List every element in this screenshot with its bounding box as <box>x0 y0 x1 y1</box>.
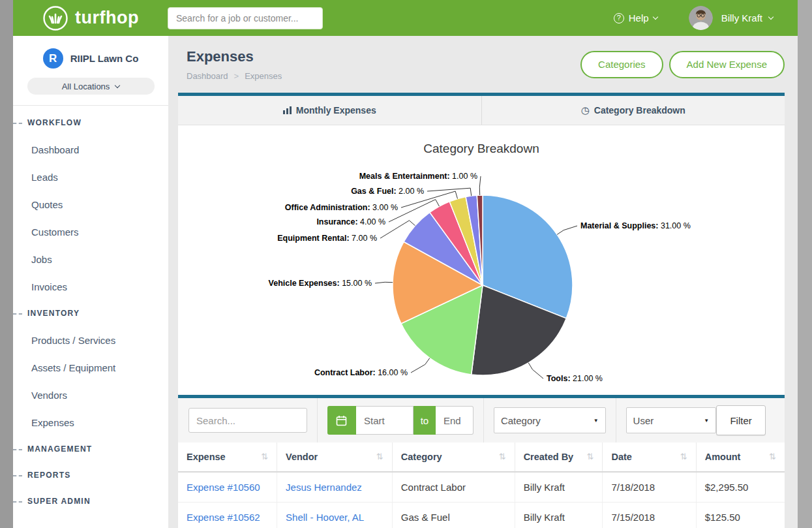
sidebar-item-dashboard[interactable]: Dashboard <box>13 136 168 163</box>
cell-created-by: Billy Kraft <box>515 503 603 528</box>
table-row: Expense #10562Shell - Hoover, ALGas & Fu… <box>178 503 785 528</box>
topbar-right: ? Help Billy Kraft <box>614 6 773 30</box>
cell-amount: $125.50 <box>696 503 785 528</box>
tab-category-breakdown[interactable]: ◷ Category Breakdown <box>481 96 785 125</box>
breadcrumb-expenses: Expenses <box>245 71 282 81</box>
sidebar-item-quotes[interactable]: Quotes <box>13 191 168 218</box>
category-select-value: Category <box>501 415 541 426</box>
pie-label-connector <box>528 363 543 379</box>
help-menu[interactable]: ? Help <box>614 12 657 23</box>
right-scrollbar-track <box>798 0 812 528</box>
categories-button[interactable]: Categories <box>580 51 663 78</box>
filter-divider <box>483 398 484 443</box>
table-search-input[interactable] <box>188 408 307 433</box>
sidebar-nav: WORKFLOWDashboardLeadsQuotesCustomersJob… <box>13 106 168 514</box>
user-avatar[interactable] <box>689 6 713 30</box>
sidebar-item-invoices[interactable]: Invoices <box>13 273 168 300</box>
chevron-down-icon <box>652 14 657 20</box>
date-start-input[interactable] <box>356 406 414 435</box>
cell-date: 7/18/2018 <box>603 472 696 503</box>
column-header-vendor[interactable]: Vendor⇅ <box>277 443 393 472</box>
app-window: turfhop ? Help Billy Kraft <box>13 0 798 528</box>
sort-icon[interactable]: ⇅ <box>769 452 776 461</box>
column-label: Vendor <box>286 452 318 462</box>
tab-monthly-expenses-label: Monthly Expenses <box>296 105 376 116</box>
cell-link-jesus-hernandez[interactable]: Jesus Hernandez <box>277 472 393 503</box>
sort-icon[interactable]: ⇅ <box>587 452 594 461</box>
sidebar-section-management: MANAGEMENT <box>13 436 168 462</box>
tab-category-breakdown-label: Category Breakdown <box>594 105 685 116</box>
filter-bar: to Category ▼ User ▼ Filter <box>178 398 785 443</box>
category-breakdown-chart-panel: Category BreakdownMaterial & Supplies: 3… <box>178 125 785 395</box>
column-header-expense[interactable]: Expense⇅ <box>178 443 277 472</box>
left-gutter <box>0 0 13 528</box>
breadcrumb-dashboard[interactable]: Dashboard <box>187 71 228 81</box>
turfhop-logo[interactable]: turfhop <box>42 5 139 31</box>
tab-monthly-expenses[interactable]: Monthly Expenses <box>178 96 481 125</box>
column-header-amount[interactable]: Amount⇅ <box>696 443 785 472</box>
cell-category: Contract Labor <box>392 472 515 503</box>
sidebar-item-products-services[interactable]: Products / Services <box>13 326 168 354</box>
user-select-value: User <box>633 415 654 426</box>
breadcrumb: Dashboard>Expenses <box>187 71 282 81</box>
sort-icon[interactable]: ⇅ <box>376 452 383 461</box>
help-icon: ? <box>614 13 624 23</box>
date-range-picker: to <box>327 406 474 435</box>
column-label: Amount <box>705 452 741 462</box>
date-to-label: to <box>414 406 436 435</box>
sidebar-section-inventory: INVENTORY <box>13 300 168 326</box>
sort-icon[interactable]: ⇅ <box>499 452 506 461</box>
user-name[interactable]: Billy Kraft <box>721 12 762 23</box>
column-header-created-by[interactable]: Created By⇅ <box>515 443 603 472</box>
sidebar-item-leads[interactable]: Leads <box>13 163 168 191</box>
filter-button[interactable]: Filter <box>716 405 766 435</box>
category-breakdown-pie-chart: Category BreakdownMaterial & Supplies: 3… <box>178 125 785 395</box>
pie-label-office-administration: Office Administration: 3.00 % <box>285 203 398 212</box>
column-header-date[interactable]: Date⇅ <box>603 443 696 472</box>
grass-logo-icon <box>42 5 68 31</box>
cell-link-shell-hoover-al[interactable]: Shell - Hoover, AL <box>277 503 393 528</box>
sidebar-item-jobs[interactable]: Jobs <box>13 245 168 273</box>
company-name: RIIPL Lawn Co <box>70 53 139 64</box>
page-title: Expenses <box>187 48 282 65</box>
pie-label-insurance: Insurance: 4.00 % <box>316 217 385 226</box>
sidebar: R RIIPL Lawn Co All Locations WORKFLOWDa… <box>13 36 168 528</box>
help-label: Help <box>629 12 649 23</box>
sidebar-item-expenses[interactable]: Expenses <box>13 409 168 436</box>
category-select[interactable]: Category ▼ <box>494 407 606 433</box>
pie-label-gas-fuel: Gas & Fuel: 2.00 % <box>351 187 424 196</box>
cell-link-expense-10562[interactable]: Expense #10562 <box>178 503 277 528</box>
sort-icon[interactable]: ⇅ <box>261 452 268 461</box>
user-select[interactable]: User ▼ <box>626 407 717 433</box>
pie-label-connector <box>411 358 430 373</box>
company-logo-badge: R <box>43 48 63 69</box>
chart-tabs: Monthly Expenses ◷ Category Breakdown <box>178 96 785 125</box>
column-header-category[interactable]: Category⇅ <box>392 443 515 472</box>
location-selector[interactable]: All Locations <box>27 78 155 95</box>
top-bar: turfhop ? Help Billy Kraft <box>13 0 798 36</box>
page-header: Expenses Dashboard>Expenses Categories A… <box>168 36 798 93</box>
expenses-table: Expense⇅Vendor⇅Category⇅Created By⇅Date⇅… <box>178 443 785 528</box>
pie-label-meals-entertainment: Meals & Entertainment: 1.00 % <box>359 172 477 181</box>
sidebar-item-customers[interactable]: Customers <box>13 218 168 245</box>
sidebar-item-assets-equipment[interactable]: Assets / Equipment <box>13 354 168 381</box>
pie-label-contract-labor: Contract Labor: 16.00 % <box>314 368 408 377</box>
table-row: Expense #10560Jesus HernandezContract La… <box>178 472 785 503</box>
sidebar-item-vendors[interactable]: Vendors <box>13 381 168 409</box>
calendar-button[interactable] <box>327 406 356 435</box>
global-search-input[interactable] <box>168 7 323 29</box>
sort-icon[interactable]: ⇅ <box>680 452 687 461</box>
cell-created-by: Billy Kraft <box>515 472 603 503</box>
pie-label-connector <box>375 282 393 283</box>
cell-amount: $2,295.50 <box>696 472 785 503</box>
dropdown-arrow-icon: ▼ <box>704 418 709 424</box>
sidebar-section-reports: REPORTS <box>13 462 168 488</box>
location-chevron-down-icon <box>115 82 120 87</box>
breadcrumb-separator: > <box>234 71 239 81</box>
date-end-input[interactable] <box>436 406 474 435</box>
user-chevron-down-icon[interactable] <box>768 14 774 20</box>
cell-link-expense-10560[interactable]: Expense #10560 <box>178 472 277 503</box>
add-new-expense-button[interactable]: Add New Expense <box>669 51 785 78</box>
pie-chart-icon: ◷ <box>581 106 590 116</box>
pie-label-connector <box>557 226 577 234</box>
